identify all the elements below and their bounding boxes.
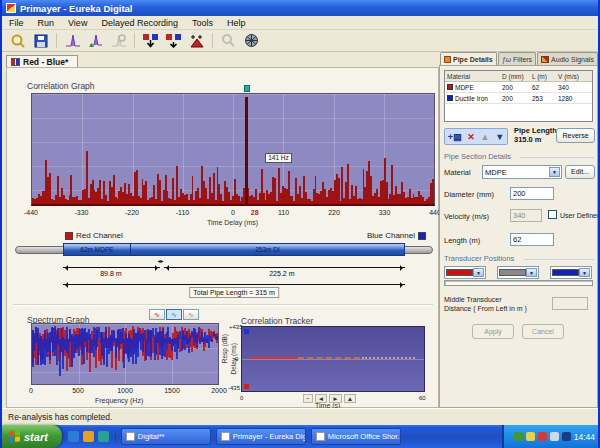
transducer-position-slider[interactable] bbox=[444, 280, 593, 286]
menu-view[interactable]: View bbox=[61, 18, 94, 28]
material-select[interactable]: MDPE ▼ bbox=[482, 165, 562, 179]
tab-pipe-details[interactable]: Pipe Details bbox=[440, 52, 497, 65]
zoom-button[interactable] bbox=[218, 31, 239, 50]
quick-launch-icon-3[interactable] bbox=[98, 431, 109, 442]
spectrum-gray-toggle[interactable]: ∿ bbox=[183, 309, 199, 320]
tracker-trace-dotted bbox=[362, 357, 415, 359]
taskbar-task-digital[interactable]: Digital** bbox=[121, 428, 211, 445]
pipe-dimensions: ◂▸ 89.8 m 225.2 m Total Pipe Length = 31… bbox=[63, 261, 405, 295]
length-input[interactable]: 62 bbox=[510, 233, 554, 246]
x-tick: 220 bbox=[328, 209, 340, 216]
reverse-button[interactable]: Reverse bbox=[556, 128, 595, 143]
chevron-down-icon[interactable]: ▼ bbox=[549, 167, 560, 177]
pipe-details-icon bbox=[444, 56, 451, 63]
menu-help[interactable]: Help bbox=[220, 18, 253, 28]
chevron-down-icon[interactable]: ▼ bbox=[579, 268, 590, 277]
menu-file[interactable]: File bbox=[2, 18, 31, 28]
apply-button[interactable]: Apply bbox=[472, 324, 514, 339]
dimension-left-label: 89.8 m bbox=[100, 270, 121, 277]
tray-icon-1[interactable] bbox=[514, 432, 523, 441]
correlation-xticks: -440-330-220-110011022033044028 bbox=[31, 209, 435, 218]
start-label: start bbox=[24, 431, 48, 443]
dimension-line-right bbox=[164, 267, 405, 268]
table-row[interactable]: MDPE 200 62 340 bbox=[445, 82, 592, 93]
import-peak-button[interactable] bbox=[85, 31, 106, 50]
download-red-blue-button[interactable] bbox=[140, 31, 161, 50]
transducer-setup-button[interactable] bbox=[186, 31, 207, 50]
panel-tabs: Pipe Details ƒω Filters Audio Signals bbox=[439, 52, 598, 65]
pipe-details-body: Material D (mm) L (m) V (m/s) MDPE 200 6… bbox=[439, 65, 598, 408]
spectrum-plot[interactable] bbox=[31, 323, 219, 385]
menu-run[interactable]: Run bbox=[31, 18, 62, 28]
user-defined-label: User Defined bbox=[560, 212, 600, 219]
delete-section-icon[interactable]: ✕ bbox=[467, 132, 475, 142]
blue-transducer-select[interactable]: ▼ bbox=[550, 266, 592, 279]
save-icon bbox=[34, 34, 48, 48]
diameter-input[interactable]: 200 bbox=[510, 187, 554, 200]
edit-material-button[interactable]: Edit... bbox=[565, 165, 595, 179]
middle-transducer-select[interactable]: ▼ bbox=[497, 266, 539, 279]
tab-audio-signals[interactable]: Audio Signals bbox=[537, 52, 598, 65]
move-up-icon[interactable]: ▲ bbox=[481, 132, 490, 142]
diameter-label: Diameter (mm) bbox=[444, 190, 494, 199]
tray-icon-4[interactable] bbox=[550, 432, 559, 441]
dimension-line-left bbox=[63, 267, 160, 268]
sort-down-icon[interactable]: ▼ bbox=[495, 132, 504, 142]
upload-red-blue-button[interactable] bbox=[163, 31, 184, 50]
titlebar[interactable]: Primayer - Eureka Digital bbox=[2, 0, 600, 16]
tray-icon-3[interactable] bbox=[538, 432, 547, 441]
middle-distance-input bbox=[552, 297, 588, 310]
save-button[interactable] bbox=[30, 31, 51, 50]
tray-icon-5[interactable] bbox=[562, 432, 571, 441]
tracker-blue-marker bbox=[244, 329, 249, 334]
cell-material: MDPE bbox=[455, 84, 474, 91]
chevron-down-icon[interactable]: ▼ bbox=[473, 268, 484, 277]
chevron-down-icon[interactable]: ▼ bbox=[526, 268, 537, 277]
red-transducer-select[interactable]: ▼ bbox=[444, 266, 486, 279]
section-divider bbox=[13, 304, 433, 306]
new-analysis-button[interactable] bbox=[7, 31, 28, 50]
filters-icon: ƒω bbox=[502, 56, 511, 63]
start-button[interactable]: start bbox=[2, 425, 62, 448]
material-label: Material bbox=[444, 168, 471, 177]
pipe-segment-di[interactable]: 253m DI bbox=[131, 244, 404, 255]
task-label: Digital** bbox=[138, 432, 165, 441]
table-row[interactable]: Ductile Iron 200 253 1280 bbox=[445, 93, 592, 104]
user-defined-checkbox[interactable] bbox=[548, 210, 557, 219]
zoom-icon bbox=[221, 33, 236, 48]
dimension-right-label: 225.2 m bbox=[269, 270, 294, 277]
web-link-icon bbox=[244, 33, 259, 48]
taskbar-task-primayer[interactable]: Primayer - Eureka Dig... bbox=[216, 428, 306, 445]
tab-filters[interactable]: ƒω Filters bbox=[498, 52, 536, 65]
spectrum-blue-toggle[interactable]: ∿ bbox=[166, 309, 182, 320]
quick-launch-icon-2[interactable] bbox=[83, 431, 94, 442]
pipe-sections-bar[interactable]: 62m MDPE 253m DI bbox=[63, 243, 405, 256]
peak-cursor-flag[interactable] bbox=[244, 85, 250, 92]
taskbar-task-office[interactable]: Microsoft Office Shor... bbox=[311, 428, 401, 445]
tracker-ytick-bottom: -435 bbox=[228, 385, 240, 391]
task-label: Microsoft Office Shor... bbox=[328, 432, 401, 441]
add-section-icon[interactable]: +▤ bbox=[448, 132, 462, 142]
menu-tools[interactable]: Tools bbox=[185, 18, 220, 28]
correlation-noise bbox=[32, 94, 434, 204]
pipe-materials-table[interactable]: Material D (mm) L (m) V (m/s) MDPE 200 6… bbox=[444, 70, 593, 122]
pipe-segment-mdpe[interactable]: 62m MDPE bbox=[64, 244, 131, 255]
correlation-plot[interactable]: 141 Hz bbox=[31, 93, 435, 206]
x-tick: 1000 bbox=[117, 387, 133, 394]
spectrum-red-toggle[interactable]: ∿ bbox=[149, 309, 165, 320]
quick-launch-icon-1[interactable] bbox=[68, 431, 79, 442]
menu-delayed-recording[interactable]: Delayed Recording bbox=[94, 18, 185, 28]
peak-frequency-tag: 141 Hz bbox=[265, 153, 292, 163]
x-tick: 110 bbox=[278, 209, 289, 216]
cancel-button[interactable]: Cancel bbox=[522, 324, 564, 339]
blue-swatch bbox=[552, 269, 579, 276]
tracker-nav-minus[interactable]: − bbox=[303, 394, 313, 403]
correlation-peak-button[interactable] bbox=[62, 31, 83, 50]
web-link-button[interactable] bbox=[241, 31, 262, 50]
tracker-nav-up[interactable]: ▲ bbox=[344, 394, 356, 403]
taskbar-clock: 14:44 bbox=[574, 432, 595, 442]
zoom-peak-button[interactable] bbox=[108, 31, 129, 50]
tray-icon-2[interactable] bbox=[526, 432, 535, 441]
spectrum-bars bbox=[32, 324, 218, 384]
tracker-plot[interactable] bbox=[241, 326, 425, 392]
